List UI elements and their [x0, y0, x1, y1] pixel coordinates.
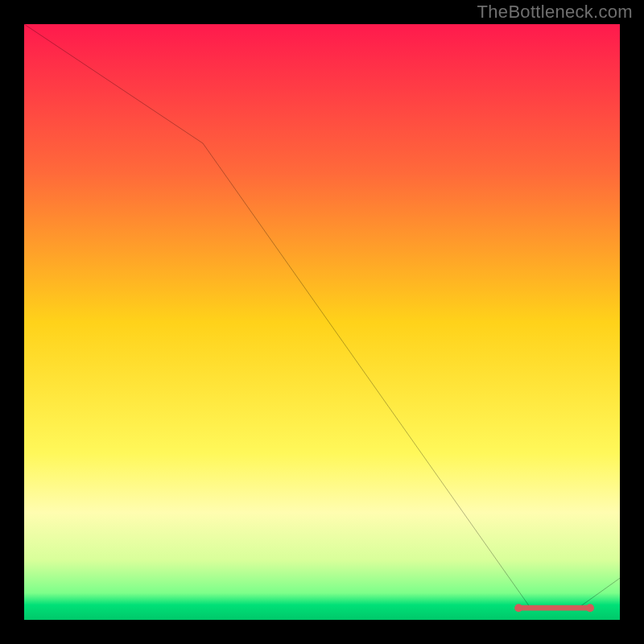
watermark-label: TheBottleneck.com [477, 2, 633, 23]
gradient-background [24, 24, 620, 620]
chart-plot [24, 24, 620, 620]
svg-point-2 [586, 604, 594, 612]
chart-frame: TheBottleneck.com [0, 0, 644, 644]
svg-rect-0 [518, 605, 590, 611]
svg-point-1 [514, 604, 522, 612]
